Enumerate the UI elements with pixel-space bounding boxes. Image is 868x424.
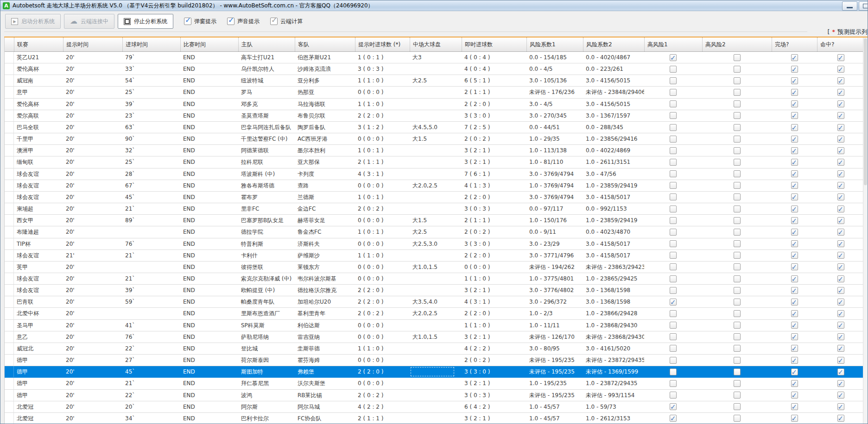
table-row[interactable]: 巴马全联20'63`END巴拿马阿连扎后备队陶罗后备队3 ( 1 : 2 )大4… bbox=[5, 122, 863, 133]
hr1-checkbox[interactable] bbox=[670, 415, 677, 422]
hr2-checkbox[interactable] bbox=[734, 217, 741, 224]
hr2-checkbox[interactable] bbox=[734, 368, 741, 375]
hr2-checkbox[interactable] bbox=[734, 357, 741, 364]
table-row[interactable]: 球会友谊21'21`END卡利什萨维斯沙1 ( 1 : 0 )2 ( 2 : 0… bbox=[5, 250, 863, 262]
hr2-checkbox[interactable] bbox=[734, 252, 741, 259]
table-row[interactable]: 球会友谊20'45`END霍布罗兰德斯1 ( 0 : 1 )2 ( 2 : 0 … bbox=[5, 192, 863, 203]
hr2-checkbox[interactable] bbox=[734, 193, 741, 200]
hr1-checkbox[interactable] bbox=[670, 193, 677, 200]
hr2-checkbox[interactable] bbox=[734, 380, 741, 387]
hr1-checkbox[interactable] bbox=[670, 310, 677, 317]
hit-checkbox[interactable] bbox=[837, 206, 844, 212]
hr1-checkbox[interactable] bbox=[670, 54, 677, 61]
hr2-checkbox[interactable] bbox=[734, 112, 741, 119]
column-header-live_goals[interactable]: 即时进球数 bbox=[462, 37, 526, 51]
hit-checkbox[interactable] bbox=[837, 240, 844, 247]
ended-checkbox[interactable] bbox=[791, 275, 798, 282]
column-header-ht_line[interactable]: 中场大球盘 bbox=[410, 37, 462, 51]
ended-checkbox[interactable] bbox=[791, 170, 798, 177]
hr2-checkbox[interactable] bbox=[734, 240, 741, 247]
hit-checkbox[interactable] bbox=[837, 322, 844, 329]
column-header-ended[interactable]: 完场? bbox=[772, 37, 817, 51]
ended-checkbox[interactable] bbox=[791, 263, 798, 270]
ended-checkbox[interactable] bbox=[791, 322, 798, 329]
maximize-button[interactable] bbox=[859, 1, 868, 11]
hit-checkbox[interactable] bbox=[837, 54, 844, 61]
table-row[interactable]: 柬埔超20'21`END里非FC金边FC2 ( 0 : 2 )3 ( 0 : 3… bbox=[5, 203, 863, 215]
hr2-checkbox[interactable] bbox=[734, 147, 741, 154]
hr1-checkbox[interactable] bbox=[670, 112, 677, 119]
hit-checkbox[interactable] bbox=[837, 333, 844, 340]
ended-checkbox[interactable] bbox=[791, 415, 798, 422]
ended-checkbox[interactable] bbox=[791, 193, 798, 200]
table-row[interactable]: 巴青联20'59`END帕桑度青年队加坦哈尔U202 ( 2 : 0 )大3.5… bbox=[5, 296, 863, 308]
hit-checkbox[interactable] bbox=[837, 392, 844, 399]
table-row[interactable]: 球会友谊20'67`END雅各布斯塔德查路0 ( 0 : 0 )大2.0,2.5… bbox=[5, 180, 863, 192]
table-row[interactable]: 北爱冠20'20`END阿尔斯阿尔马城4 ( 2 : 2 )6 ( 4 : 2 … bbox=[5, 401, 863, 413]
column-header-hr1[interactable]: 高风险1 bbox=[644, 37, 702, 51]
table-row[interactable]: 英乙U2120'79`END高车士打U21伯恩茅斯U211 ( 0 : 1 )大… bbox=[5, 52, 863, 63]
minimize-button[interactable] bbox=[842, 1, 857, 11]
hr2-checkbox[interactable] bbox=[734, 229, 741, 236]
column-header-home[interactable]: 主队 bbox=[238, 37, 295, 51]
hit-checkbox[interactable] bbox=[837, 112, 844, 119]
hr1-checkbox[interactable] bbox=[670, 77, 677, 84]
table-row[interactable]: 威冠北20'22`END登比城圭斯菲德1 ( 1 : 0 )4 ( 2 : 2 … bbox=[5, 343, 863, 355]
column-header-away[interactable]: 客队 bbox=[295, 37, 355, 51]
column-header-hit[interactable]: 命中? bbox=[817, 37, 863, 51]
column-header-hr2[interactable]: 高风险2 bbox=[702, 37, 772, 51]
hit-checkbox[interactable] bbox=[837, 357, 844, 364]
hr1-checkbox[interactable] bbox=[670, 357, 677, 364]
ended-checkbox[interactable] bbox=[791, 66, 798, 73]
hr1-checkbox[interactable] bbox=[670, 229, 677, 236]
table-row[interactable]: 爱尔高联20'23`END圣莫查塔斯布鲁贝尔联2 ( 2 : 0 )3 ( 3 … bbox=[5, 110, 863, 122]
hr2-checkbox[interactable] bbox=[734, 77, 741, 84]
hit-checkbox[interactable] bbox=[837, 136, 844, 143]
hr1-checkbox[interactable] bbox=[670, 159, 677, 166]
table-row[interactable]: 圣马甲20'41`ENDSP科莫斯利伯达斯0 ( 0 : 0 )1 ( 1 : … bbox=[5, 320, 863, 331]
ended-checkbox[interactable] bbox=[791, 89, 798, 96]
hit-checkbox[interactable] bbox=[837, 100, 844, 107]
ended-checkbox[interactable] bbox=[791, 240, 798, 247]
hit-checkbox[interactable] bbox=[837, 263, 844, 270]
hr2-checkbox[interactable] bbox=[734, 159, 741, 166]
hit-checkbox[interactable] bbox=[837, 229, 844, 236]
table-row[interactable]: 西女甲20'89`END巴塞罗那B队女足赫塔菲女足0 ( 0 : 0 )大1.5… bbox=[5, 215, 863, 226]
ended-checkbox[interactable] bbox=[791, 357, 798, 364]
hr1-checkbox[interactable] bbox=[670, 263, 677, 270]
ended-checkbox[interactable] bbox=[791, 287, 798, 294]
hr2-checkbox[interactable] bbox=[734, 345, 741, 352]
hit-checkbox[interactable] bbox=[837, 310, 844, 317]
hr2-checkbox[interactable] bbox=[734, 415, 741, 422]
vertical-scrollbar[interactable] bbox=[863, 37, 868, 424]
hit-checkbox[interactable] bbox=[837, 182, 844, 189]
hit-checkbox[interactable] bbox=[837, 368, 844, 375]
hr1-checkbox[interactable] bbox=[670, 182, 677, 189]
ended-checkbox[interactable] bbox=[791, 54, 798, 61]
ended-checkbox[interactable] bbox=[791, 380, 798, 387]
ended-checkbox[interactable] bbox=[791, 310, 798, 317]
ended-checkbox[interactable] bbox=[791, 124, 798, 131]
hr2-checkbox[interactable] bbox=[734, 136, 741, 143]
hr1-checkbox[interactable] bbox=[670, 299, 677, 306]
hit-checkbox[interactable] bbox=[837, 403, 844, 410]
column-header-goal_time[interactable]: 进球时间 bbox=[122, 37, 180, 51]
hr2-checkbox[interactable] bbox=[734, 287, 741, 294]
hr2-checkbox[interactable] bbox=[734, 275, 741, 282]
hr1-checkbox[interactable] bbox=[670, 275, 677, 282]
table-row[interactable]: TIP杯20'76`END特普利斯济斯科夫0 ( 0 : 0 )大2.5,3.0… bbox=[5, 238, 863, 250]
hr1-checkbox[interactable] bbox=[670, 89, 677, 96]
table-row[interactable]: 威冠南20'54`END纽波特城亚分利多1 ( 1 : 0 )大2.56 ( 5… bbox=[5, 75, 863, 87]
hit-checkbox[interactable] bbox=[837, 299, 844, 306]
column-header-hint_goals[interactable]: 提示时进球数 (*) bbox=[355, 37, 410, 51]
hr2-checkbox[interactable] bbox=[734, 310, 741, 317]
hr1-checkbox[interactable] bbox=[670, 392, 677, 399]
cloud-connecting-button[interactable]: ☁ 云端连接中 bbox=[64, 14, 114, 29]
hr2-checkbox[interactable] bbox=[734, 66, 741, 73]
table-row[interactable]: 球会友谊20'21`END索克尔克勒泽威 (中)韦尔科波尔斯基0 ( 0 : 0… bbox=[5, 273, 863, 285]
hr1-checkbox[interactable] bbox=[670, 240, 677, 247]
ended-checkbox[interactable] bbox=[791, 217, 798, 224]
ended-checkbox[interactable] bbox=[791, 333, 798, 340]
hr1-checkbox[interactable] bbox=[670, 287, 677, 294]
hit-checkbox[interactable] bbox=[837, 345, 844, 352]
